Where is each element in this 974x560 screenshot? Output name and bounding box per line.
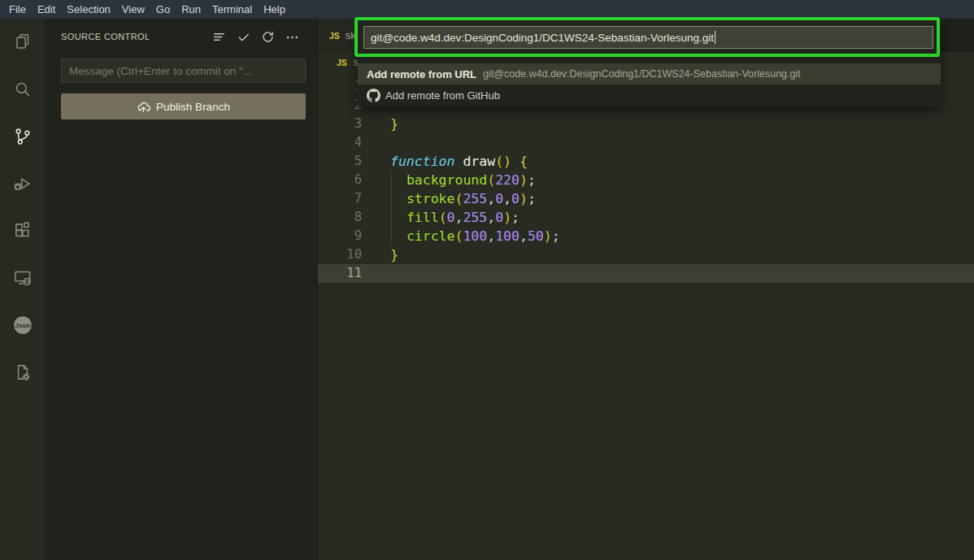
view-as-list-icon[interactable] [212, 30, 226, 44]
menu-item-terminal[interactable]: Terminal [207, 0, 258, 19]
line-number: 5 [318, 152, 362, 171]
code-line-3[interactable]: 3} [318, 115, 974, 133]
svg-text:Json: Json [15, 322, 30, 329]
commit-message-input[interactable] [61, 59, 306, 83]
code-editor[interactable]: 123}45function draw() {6 background(220)… [318, 77, 974, 283]
line-number: 4 [318, 133, 362, 152]
line-number: 8 [318, 208, 362, 227]
code-line-6[interactable]: 6 background(220); [318, 171, 974, 189]
quick-input-item-description: git@code.w4d.dev:DesignCoding1/DC1WS24-S… [483, 68, 801, 80]
code-line-10[interactable]: 10} [318, 245, 974, 264]
line-number: 2 [318, 96, 362, 115]
source-control-sidebar: SOURCE CONTROL Publish Branch [45, 19, 318, 560]
menu-item-file[interactable]: File [3, 0, 32, 19]
line-number: 10 [318, 245, 362, 264]
menu-item-go[interactable]: Go [150, 0, 176, 19]
code-line-11[interactable]: 11 [318, 264, 974, 283]
github-icon [367, 89, 380, 102]
text-cursor [715, 31, 715, 44]
line-content: function draw() { [390, 152, 528, 171]
code-line-5[interactable]: 5function draw() { [318, 152, 974, 171]
javascript-file-icon: JS [337, 58, 347, 67]
quick-input-item-2[interactable]: Add remote from GitHub [358, 85, 941, 106]
activity-remote-explorer-icon[interactable] [0, 254, 45, 302]
code-line-8[interactable]: 8 fill(0,255,0); [318, 208, 974, 227]
activity-file-settings-icon[interactable] [0, 349, 45, 396]
activity-json-icon[interactable]: Json [0, 302, 45, 349]
cloud-upload-icon [137, 100, 150, 114]
menu-item-run[interactable]: Run [176, 0, 207, 19]
line-content: circle(100,100,50); [390, 227, 560, 245]
line-number: 7 [318, 189, 362, 208]
indent-guide [391, 171, 392, 245]
code-line-7[interactable]: 7 stroke(255,0,0); [318, 189, 974, 208]
line-content: } [390, 245, 398, 264]
line-number: 11 [318, 264, 362, 283]
line-number: 9 [318, 227, 362, 245]
line-content: fill(0,255,0); [390, 208, 520, 227]
quick-input-item-label: Add remote from GitHub [385, 89, 500, 102]
code-line-9[interactable]: 9 circle(100,100,50); [318, 227, 974, 245]
menu-item-selection[interactable]: Selection [61, 0, 115, 19]
quick-input-item-label: Add remote from URL [367, 68, 476, 80]
menu-item-help[interactable]: Help [258, 0, 291, 19]
publish-branch-label: Publish Branch [156, 101, 230, 113]
menu-bar: FileEditSelectionViewGoRunTerminalHelp [0, 0, 974, 19]
activity-run-debug-icon[interactable] [0, 160, 45, 207]
refresh-icon[interactable] [261, 30, 275, 44]
quick-input-panel: git@code.w4d.dev:DesignCoding1/DC1WS24-S… [358, 20, 941, 106]
activity-bar: Json [0, 19, 45, 560]
sidebar-title: SOURCE CONTROL [61, 32, 150, 41]
code-line-4[interactable]: 4 [318, 133, 974, 152]
line-content: background(220); [390, 171, 536, 189]
quick-input-list: Add remote from URLgit@code.w4d.dev:Desi… [358, 63, 941, 106]
commit-check-icon[interactable] [237, 30, 250, 44]
activity-search-icon[interactable] [0, 66, 45, 113]
line-number: 6 [318, 171, 362, 189]
remote-url-input[interactable]: git@code.w4d.dev:DesignCoding1/DC1WS24-S… [363, 26, 933, 49]
more-icon[interactable] [285, 30, 299, 44]
javascript-file-icon: JS [329, 31, 340, 41]
line-number: 1 [318, 77, 362, 96]
remote-url-value: git@code.w4d.dev:DesignCoding1/DC1WS24-S… [371, 32, 714, 44]
activity-source-control-icon[interactable] [0, 113, 45, 160]
activity-explorer-icon[interactable] [0, 19, 45, 66]
sidebar-header: SOURCE CONTROL [61, 28, 299, 45]
line-content: } [390, 115, 398, 133]
activity-extensions-icon[interactable] [0, 207, 45, 254]
line-content: stroke(255,0,0); [390, 189, 536, 208]
publish-branch-button[interactable]: Publish Branch [61, 93, 306, 119]
line-number: 3 [318, 115, 362, 133]
menu-item-edit[interactable]: Edit [32, 0, 61, 19]
menu-item-view[interactable]: View [116, 0, 150, 19]
sidebar-actions [212, 30, 299, 44]
quick-input-item-1[interactable]: Add remote from URLgit@code.w4d.dev:Desi… [358, 63, 941, 85]
menu-items: FileEditSelectionViewGoRunTerminalHelp [3, 0, 291, 19]
